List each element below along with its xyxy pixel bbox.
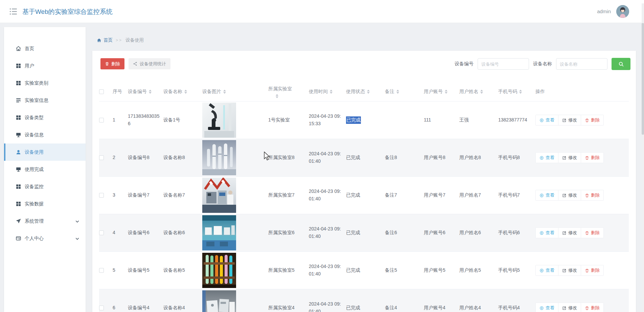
sidebar-item-personal-center[interactable]: 个人中心 [4,230,86,247]
cell-device-name: 设备名称4 [163,304,202,312]
cell-device-name: 设备名称8 [163,154,202,161]
sidebar-item-label: 实验室信息 [25,97,48,104]
sidebar-item-label: 系统管理 [25,218,44,224]
edit-icon [562,193,567,198]
vertical-scrollbar[interactable] [642,3,644,312]
cell-status: 已完成 [346,229,385,237]
cell-phone: 手机号码5 [498,267,535,274]
cell-use-time: 2024-04-23 09:01:40 [309,300,346,312]
table-row: 1 1713834830356 设备1号 1号实验室 2024-04-23 09… [99,102,629,139]
chevron-down-icon [74,236,80,242]
delete-row-button[interactable]: 删除 [581,303,603,312]
eye-icon [539,231,544,235]
menu-toggle-icon[interactable] [9,8,18,15]
sort-icon[interactable] [184,90,187,94]
sidebar-item-device-info[interactable]: 设备信息 [4,126,86,143]
sidebar-item-experiment-data[interactable]: 实验数据 [4,195,86,213]
column-header-device-name: 设备名称 [163,88,202,95]
delete-button[interactable]: 删除 [100,58,124,69]
sidebar-item-label: 首页 [25,46,34,52]
trash-icon [585,193,589,198]
cell-user-name: 王强 [459,116,498,124]
sidebar-item-system-management[interactable]: 系统管理 [4,213,86,230]
row-checkbox[interactable] [99,155,104,160]
cell-device-no: 1713834830356 [128,113,163,127]
cell-remark: 备注6 [385,229,424,237]
sidebar-item-lab-category[interactable]: 实验室类别 [4,74,86,92]
row-checkbox[interactable] [99,193,104,198]
device-photo-lab-instruments [202,178,236,213]
delete-row-button[interactable]: 删除 [581,153,603,163]
cell-remark: 备注7 [385,192,424,199]
cell-device-no: 设备编号8 [128,154,163,161]
row-checkbox[interactable] [99,268,104,273]
row-checkbox[interactable] [99,306,104,310]
sidebar-item-label: 设备使用 [25,149,44,155]
select-all-checkbox[interactable] [99,89,104,94]
sort-icon[interactable] [480,90,483,94]
edit-icon [562,231,567,235]
sidebar-item-device-type[interactable]: 设备类型 [4,109,86,126]
device-no-input[interactable] [478,58,529,70]
cell-account: 111 [424,116,459,124]
scrollbar-thumb[interactable] [642,23,644,135]
delete-row-button[interactable]: 删除 [581,228,603,238]
avatar[interactable] [616,5,629,18]
table-header-row: 序号 设备编号 设备名称 设备图片 所属实验室 使用时间 使用状态 备注 用户账… [99,82,629,102]
sort-icon[interactable] [330,90,332,94]
view-button[interactable]: 查看 [536,228,558,238]
edit-button[interactable]: 修改 [558,303,581,312]
cell-status: 已完成 [346,154,385,161]
table-row: 3 设备编号7 设备名称7 所属实验室7 2024-04-23 09:01:40… [99,177,629,214]
view-button[interactable]: 查看 [536,303,558,312]
breadcrumb-home-link[interactable]: 首页 [97,37,113,43]
search-icon [618,61,624,67]
view-button[interactable]: 查看 [536,115,558,125]
sort-icon[interactable] [367,90,370,94]
view-button[interactable]: 查看 [536,190,558,200]
edit-button[interactable]: 修改 [558,153,581,163]
sort-icon[interactable] [519,90,522,94]
sidebar-item-label: 个人中心 [25,236,44,242]
sidebar-item-home[interactable]: 首页 [4,40,86,57]
trash-icon [585,156,589,160]
search-button[interactable] [612,58,630,70]
column-header-status: 使用状态 [346,88,385,95]
table-row: 5 设备编号5 设备名称5 所属实验室5 2024-04-23 09:01:40… [99,252,629,289]
sidebar-item-lab-info[interactable]: 实验室信息 [4,92,86,109]
row-checkbox[interactable] [99,230,104,235]
username-label[interactable]: admin [597,8,611,14]
sidebar-item-label: 设备监控 [25,184,44,190]
sort-icon[interactable] [445,90,447,94]
sort-icon[interactable] [223,90,226,94]
sort-icon[interactable] [276,94,278,98]
sidebar-item-usage-complete[interactable]: 使用完成 [4,161,86,178]
view-button[interactable]: 查看 [536,153,558,163]
row-checkbox[interactable] [99,118,104,122]
sidebar-item-device-monitor[interactable]: 设备监控 [4,178,86,195]
edit-button[interactable]: 修改 [558,115,581,125]
column-header-remark: 备注 [385,88,424,95]
cell-index: 3 [113,192,128,199]
edit-button[interactable]: 修改 [558,190,581,200]
delete-row-button[interactable]: 删除 [581,115,603,125]
sidebar-item-users[interactable]: 用户 [4,57,86,74]
top-bar: 基于Web的实验室综合监控系统 admin [0,0,644,23]
device-usage-stats-button[interactable]: 设备使用统计 [129,58,170,69]
column-header-user-name: 用户姓名 [459,88,498,95]
sort-icon[interactable] [149,90,152,94]
cell-phone: 手机号码7 [498,192,535,199]
user-icon [16,149,21,155]
device-name-input[interactable] [556,58,607,70]
sidebar-item-device-usage[interactable]: 设备使用 [4,143,86,161]
edit-button[interactable]: 修改 [558,265,581,275]
delete-row-button[interactable]: 删除 [581,265,603,275]
view-button[interactable]: 查看 [536,265,558,275]
trash-icon [105,62,109,66]
sort-icon[interactable] [396,90,399,94]
grid-icon [16,184,21,190]
cell-device-no: 设备编号5 [128,267,163,274]
trash-icon [585,306,589,310]
edit-button[interactable]: 修改 [558,228,581,238]
delete-row-button[interactable]: 删除 [581,190,603,200]
